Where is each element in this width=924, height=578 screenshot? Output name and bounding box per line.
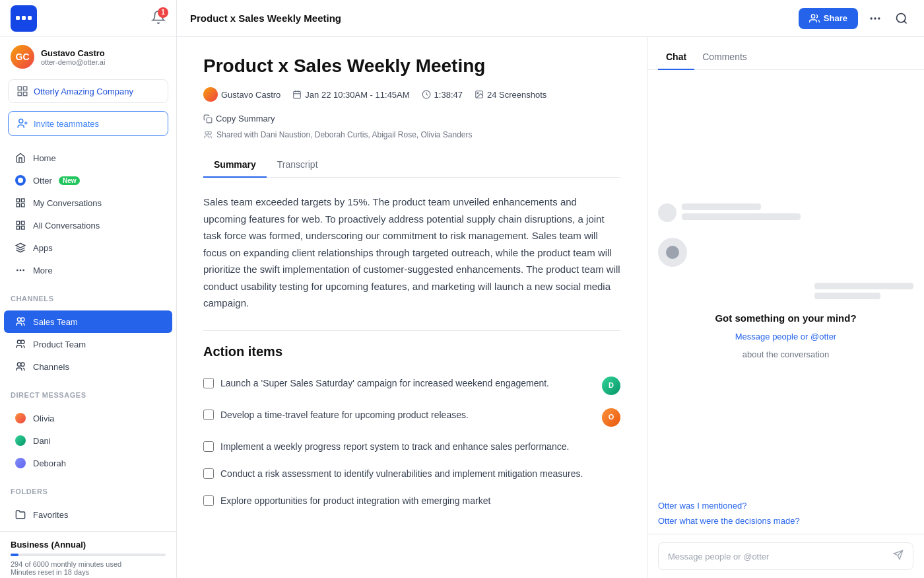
user-name: Gustavo Castro bbox=[41, 48, 166, 58]
sidebar-item-all-conversations[interactable]: All Conversations bbox=[4, 214, 172, 236]
sidebar-item-channels[interactable]: Channels bbox=[4, 355, 172, 378]
sidebar-item-favorites[interactable]: Favorites bbox=[4, 503, 172, 526]
svg-rect-9 bbox=[16, 199, 20, 202]
sidebar-item-dani[interactable]: Dani bbox=[4, 429, 172, 452]
copy-summary-button[interactable]: Copy Summary bbox=[203, 114, 275, 124]
meta-screenshots: 24 Screenshots bbox=[475, 90, 546, 100]
skeleton-chat bbox=[658, 203, 913, 299]
tab-summary[interactable]: Summary bbox=[203, 153, 267, 178]
divider bbox=[203, 330, 620, 331]
sidebar-item-olivia[interactable]: Olivia bbox=[4, 407, 172, 429]
suggestion-link-1[interactable]: Otter was I mentioned? bbox=[658, 501, 913, 511]
svg-rect-5 bbox=[24, 87, 27, 90]
svg-point-39 bbox=[205, 131, 209, 135]
action-item-text: Develop a time-travel feature for upcomi… bbox=[220, 408, 595, 422]
author-avatar bbox=[203, 87, 218, 102]
more-icon bbox=[15, 264, 26, 276]
svg-point-41 bbox=[666, 246, 679, 259]
meta-duration: 1:38:47 bbox=[422, 90, 463, 100]
meeting-content: Product x Sales Weekly Meeting Gustavo C… bbox=[177, 37, 647, 578]
meeting-tabs: Summary Transcript bbox=[203, 153, 620, 178]
all-conversations-icon bbox=[15, 219, 26, 231]
chat-input[interactable] bbox=[668, 552, 888, 561]
user-section: GC Gustavo Castro otter-demo@otter.ai bbox=[0, 37, 176, 77]
plan-reset: Minutes reset in 18 days bbox=[11, 568, 166, 576]
chat-body: Got something on your mind? Message peop… bbox=[647, 70, 924, 578]
action-item-checkbox[interactable] bbox=[203, 468, 214, 479]
author-name: Gustavo Castro bbox=[221, 90, 280, 100]
folders-section: Favorites bbox=[0, 498, 176, 531]
svg-rect-31 bbox=[294, 91, 301, 98]
plan-usage: 294 of 6000 monthly minutes used bbox=[11, 560, 166, 568]
skeleton-line bbox=[814, 283, 913, 289]
more-options-button[interactable] bbox=[866, 9, 884, 28]
my-conversations-icon bbox=[15, 197, 26, 209]
list-item: Launch a 'Super Sales Saturday' campaign… bbox=[203, 370, 620, 402]
sidebar-item-sales-team[interactable]: Sales Team bbox=[4, 310, 172, 333]
tab-transcript[interactable]: Transcript bbox=[267, 153, 329, 178]
sidebar: 1 GC Gustavo Castro otter-demo@otter.ai … bbox=[0, 0, 177, 578]
action-item-checkbox[interactable] bbox=[203, 410, 214, 420]
sidebar-item-my-conversations[interactable]: My Conversations bbox=[4, 192, 172, 214]
svg-rect-3 bbox=[28, 16, 32, 20]
action-item-checkbox[interactable] bbox=[203, 378, 214, 388]
page-title: Product x Sales Weekly Meeting bbox=[190, 13, 341, 24]
sidebar-item-product-team[interactable]: Product Team bbox=[4, 333, 172, 355]
home-icon bbox=[15, 152, 26, 164]
image-icon bbox=[475, 90, 484, 99]
svg-point-25 bbox=[21, 363, 24, 366]
sidebar-item-otter[interactable]: Otter New bbox=[4, 169, 172, 192]
top-bar-actions: Share bbox=[799, 8, 911, 29]
share-button[interactable]: Share bbox=[799, 8, 858, 29]
search-button[interactable] bbox=[892, 9, 911, 28]
list-item: Explore opportunities for product integr… bbox=[203, 488, 620, 515]
svg-point-21 bbox=[21, 318, 24, 321]
svg-point-18 bbox=[23, 270, 24, 270]
svg-point-37 bbox=[477, 92, 478, 94]
action-item-text: Conduct a risk assessment to identify vu… bbox=[220, 467, 620, 481]
skeleton-row-2 bbox=[814, 283, 913, 299]
action-items-title: Action items bbox=[203, 344, 620, 359]
avatar: GC bbox=[11, 45, 34, 69]
sidebar-item-home[interactable]: Home bbox=[4, 147, 172, 169]
summary-text: Sales team exceeded targets by 15%. The … bbox=[203, 194, 620, 312]
chat-panel: Chat Comments bbox=[647, 37, 924, 578]
content-area: Product x Sales Weekly Meeting Gustavo C… bbox=[177, 37, 924, 578]
chat-input-area bbox=[647, 534, 924, 578]
usage-progress-bar bbox=[11, 554, 166, 556]
channels-section: Sales Team Product Team Channels bbox=[0, 305, 176, 383]
svg-rect-38 bbox=[207, 118, 212, 123]
suggestion-link-2[interactable]: Otter what were the decisions made? bbox=[658, 516, 913, 526]
sidebar-item-deborah[interactable]: Deborah bbox=[4, 452, 172, 474]
send-button[interactable] bbox=[893, 550, 904, 563]
svg-point-17 bbox=[20, 270, 20, 270]
dm-section: Olivia Dani Deborah bbox=[0, 402, 176, 480]
sidebar-item-apps[interactable]: Apps bbox=[4, 236, 172, 259]
company-button[interactable]: Otterly Amazing Company bbox=[8, 79, 168, 103]
calendar-icon bbox=[292, 90, 302, 99]
action-item-checkbox[interactable] bbox=[203, 441, 214, 452]
skeleton-row bbox=[658, 203, 801, 222]
svg-rect-10 bbox=[21, 199, 24, 202]
svg-rect-14 bbox=[21, 221, 24, 225]
invite-teammates-button[interactable]: Invite teammates bbox=[8, 111, 168, 136]
svg-point-22 bbox=[17, 340, 20, 343]
clock-icon bbox=[422, 90, 431, 99]
action-item-text: Explore opportunities for product integr… bbox=[220, 494, 620, 508]
tab-chat[interactable]: Chat bbox=[658, 45, 694, 70]
meeting-meta: Gustavo Castro Jan 22 10:30AM - 11:45AM … bbox=[203, 87, 620, 124]
action-avatar: D bbox=[602, 377, 620, 395]
tab-comments[interactable]: Comments bbox=[694, 45, 755, 70]
action-item-text: Launch a 'Super Sales Saturday' campaign… bbox=[220, 377, 595, 390]
skeleton-line bbox=[814, 293, 880, 299]
folder-label: Favorites bbox=[33, 510, 68, 520]
sidebar-header: 1 bbox=[0, 0, 176, 37]
notification-button[interactable]: 1 bbox=[151, 10, 166, 27]
screenshots-text: 24 Screenshots bbox=[487, 90, 546, 100]
action-item-checkbox[interactable] bbox=[203, 495, 214, 506]
dm-label: Deborah bbox=[33, 458, 66, 468]
sidebar-item-more[interactable]: More bbox=[4, 259, 172, 281]
chat-mention: @otter bbox=[810, 332, 836, 342]
top-bar: Product x Sales Weekly Meeting Share bbox=[177, 0, 924, 37]
share-icon bbox=[203, 130, 213, 139]
